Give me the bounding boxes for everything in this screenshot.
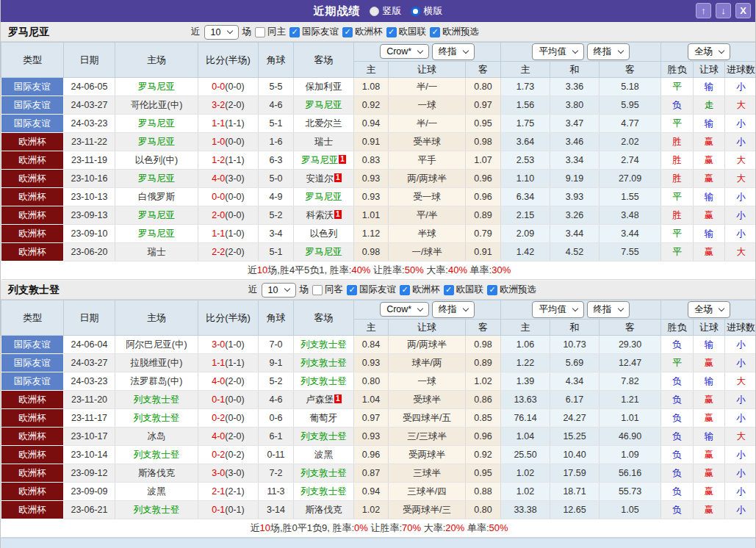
checkbox-checked-icon[interactable]: ✓ [342,27,353,37]
away-team[interactable]: 列支敦士登 [294,372,354,391]
corners-cell: 6-1 [259,428,294,446]
away-team[interactable]: 罗马尼亚 [294,96,354,115]
checkbox-checked-icon[interactable]: ✓ [347,285,357,295]
bookmaker-select[interactable]: Crow* [380,44,429,59]
home-team[interactable]: 拉脱维亚(中) [115,354,198,372]
vertical-layout-radio[interactable]: 竖版 [370,4,402,18]
away-team[interactable]: 波黑 [294,446,354,464]
checkbox-checked-icon[interactable]: ✓ [487,285,497,295]
move-down-button[interactable]: ↓ [716,3,731,18]
handicap-home-odds: 0.94 [354,483,389,501]
home-team[interactable]: 白俄罗斯 [115,188,198,206]
result-outcome: 负 [661,428,694,446]
average-select[interactable]: 平均值 [532,301,584,318]
move-up-button[interactable]: ↑ [696,3,711,18]
away-team[interactable]: 科索沃1 [294,206,354,225]
away-team[interactable]: 保加利亚 [294,78,354,96]
home-team[interactable]: 法罗群岛(中) [115,372,198,391]
competition-filter-3[interactable]: ✓欧国联 [386,26,427,38]
summary-text: 近10场,胜4平5负1, 胜率:40% 让胜率:50% 大率:40% 单率:30… [1,262,756,280]
avg-away-odds: 7.55 [600,243,661,262]
home-team[interactable]: 罗马尼亚 [115,206,198,225]
column-header: 主场 [115,300,198,336]
handicap-away-odds: 0.79 [466,225,501,243]
same-venue-filter[interactable]: 同主 [255,26,286,38]
avg-draw-odds: 9.19 [550,170,600,188]
competition-type-badge: 欧洲杯 [1,428,64,446]
average-final-select[interactable]: 终指 [587,301,630,318]
home-team[interactable]: 列支敦士登 [115,501,198,519]
away-team[interactable]: 瑞士 [294,133,354,151]
away-team[interactable]: 罗马尼亚 [294,188,354,206]
avg-away-odds: 46.90 [600,428,661,446]
competition-filter-4[interactable]: ✓欧洲预选 [487,284,536,296]
average-select[interactable]: 平均值 [532,43,584,60]
radio-unselected-icon[interactable] [370,7,379,16]
checkbox-checked-icon[interactable]: ✓ [386,27,397,37]
competition-filter-1[interactable]: ✓国际友谊 [289,26,339,38]
result-goals: 大 [725,96,756,115]
checkbox-checked-icon[interactable]: ✓ [400,285,410,295]
checkbox-checked-icon[interactable]: ✓ [444,285,454,295]
home-team[interactable]: 列支敦士登 [115,409,198,428]
competition-filter-4[interactable]: ✓欧洲预选 [430,26,479,38]
final-odds-select[interactable]: 终指 [432,43,475,60]
away-team[interactable]: 卢森堡1 [294,391,354,409]
match-count-select[interactable]: 10 [262,283,296,298]
scope-select[interactable]: 全场 [688,301,730,318]
home-team[interactable]: 以色列(中) [115,151,198,170]
avg-home-odds: 76.14 [501,409,550,428]
radio-selected-icon[interactable] [411,7,420,16]
away-team[interactable]: 以色列 [294,225,354,243]
result-goals: 小 [725,501,756,519]
competition-filter-1[interactable]: ✓国际友谊 [347,284,396,296]
away-team[interactable]: 罗马尼亚 [294,243,354,262]
away-team[interactable]: 列支敦士登 [294,336,354,354]
home-team[interactable]: 列支敦士登 [115,446,198,464]
away-team[interactable]: 罗马尼亚1 [294,151,354,170]
avg-home-odds: 25.50 [501,446,550,464]
away-team[interactable]: 斯洛伐克 [294,501,354,519]
home-team[interactable]: 冰岛 [115,428,198,446]
home-team[interactable]: 瑞士 [115,243,198,262]
horizontal-layout-radio[interactable]: 横版 [411,4,443,18]
match-count-select[interactable]: 10 [204,25,239,40]
final-odds-select[interactable]: 终指 [432,301,475,318]
competition-filter-2[interactable]: ✓欧洲杯 [400,284,440,296]
away-team[interactable]: 列支敦士登 [294,428,354,446]
score-cell: 3-0(3-0) [198,464,259,483]
away-team[interactable]: 北爱尔兰 [294,115,354,133]
home-team[interactable]: 罗马尼亚 [115,115,198,133]
home-team[interactable]: 罗马尼亚 [115,133,198,151]
competition-filter-2[interactable]: ✓欧洲杯 [342,26,383,38]
result-handicap: 输 [694,78,725,96]
window-controls: ↑ ↓ X [691,3,751,18]
away-team[interactable]: 葡萄牙 [294,409,354,428]
near-label: 近 [248,284,258,296]
home-team[interactable]: 斯洛伐克 [115,464,198,483]
home-team[interactable]: 罗马尼亚 [115,225,198,243]
close-button[interactable]: X [735,3,751,18]
competition-filter-3[interactable]: ✓欧国联 [444,284,484,296]
same-venue-filter[interactable]: 同客 [312,284,343,296]
checkbox-checked-icon[interactable]: ✓ [430,27,440,37]
home-team[interactable]: 波黑 [115,483,198,501]
away-team[interactable]: 列支敦士登 [294,464,354,483]
handicap-line: 三球半 [389,464,466,483]
result-goals: 大 [725,170,756,188]
scope-select[interactable]: 全场 [688,43,730,60]
home-team[interactable]: 列支敦士登 [115,391,198,409]
home-team[interactable]: 阿尔巴尼亚(中) [115,336,198,354]
home-team[interactable]: 哥伦比亚(中) [115,96,198,115]
home-team[interactable]: 罗马尼亚 [115,78,198,96]
checkbox-unchecked-icon[interactable] [255,27,265,37]
away-team[interactable]: 安道尔1 [294,170,354,188]
home-team[interactable]: 罗马尼亚 [115,170,198,188]
checkbox-checked-icon[interactable]: ✓ [289,27,300,37]
away-team[interactable]: 列支敦士登 [294,483,354,501]
corners-cell: 4-6 [259,96,294,115]
average-final-select[interactable]: 终指 [587,43,630,60]
bookmaker-select[interactable]: Crow* [380,302,429,317]
away-team[interactable]: 列支敦士登 [294,354,354,372]
checkbox-unchecked-icon[interactable] [312,285,323,295]
